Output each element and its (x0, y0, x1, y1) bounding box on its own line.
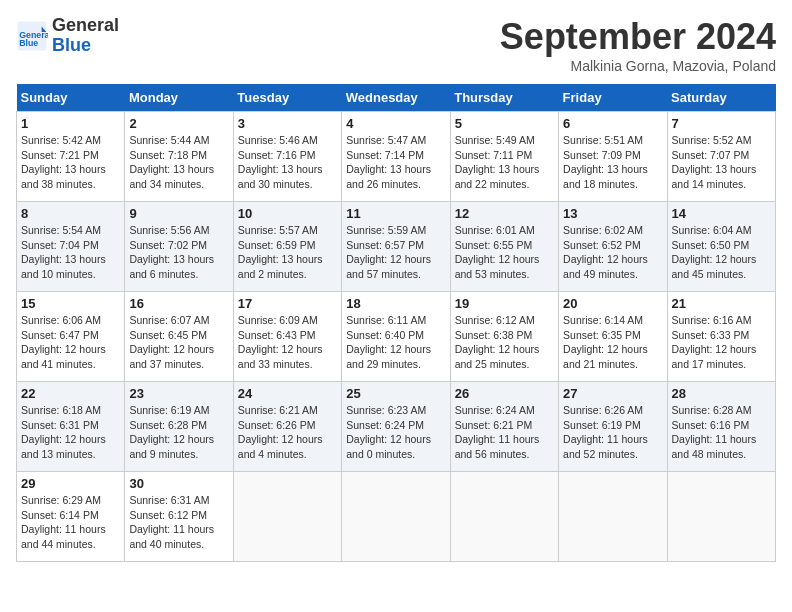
calendar-cell (342, 472, 450, 562)
day-number: 14 (672, 206, 771, 221)
calendar-cell (667, 472, 775, 562)
weekday-header: Friday (559, 84, 667, 112)
day-info: Sunrise: 6:09 AM Sunset: 6:43 PM Dayligh… (238, 313, 337, 372)
day-number: 11 (346, 206, 445, 221)
day-number: 13 (563, 206, 662, 221)
day-number: 9 (129, 206, 228, 221)
calendar-header-row: SundayMondayTuesdayWednesdayThursdayFrid… (17, 84, 776, 112)
logo: General Blue General Blue (16, 16, 119, 56)
calendar-cell: 20Sunrise: 6:14 AM Sunset: 6:35 PM Dayli… (559, 292, 667, 382)
day-info: Sunrise: 5:54 AM Sunset: 7:04 PM Dayligh… (21, 223, 120, 282)
calendar-cell: 2Sunrise: 5:44 AM Sunset: 7:18 PM Daylig… (125, 112, 233, 202)
day-number: 2 (129, 116, 228, 131)
day-number: 3 (238, 116, 337, 131)
svg-text:Blue: Blue (19, 38, 38, 48)
calendar-cell: 23Sunrise: 6:19 AM Sunset: 6:28 PM Dayli… (125, 382, 233, 472)
weekday-header: Monday (125, 84, 233, 112)
calendar-cell: 22Sunrise: 6:18 AM Sunset: 6:31 PM Dayli… (17, 382, 125, 472)
calendar-cell (450, 472, 558, 562)
calendar-cell: 24Sunrise: 6:21 AM Sunset: 6:26 PM Dayli… (233, 382, 341, 472)
weekday-header: Tuesday (233, 84, 341, 112)
calendar-cell: 8Sunrise: 5:54 AM Sunset: 7:04 PM Daylig… (17, 202, 125, 292)
day-info: Sunrise: 6:16 AM Sunset: 6:33 PM Dayligh… (672, 313, 771, 372)
calendar-cell: 12Sunrise: 6:01 AM Sunset: 6:55 PM Dayli… (450, 202, 558, 292)
day-info: Sunrise: 6:12 AM Sunset: 6:38 PM Dayligh… (455, 313, 554, 372)
day-number: 29 (21, 476, 120, 491)
weekday-header: Thursday (450, 84, 558, 112)
calendar-cell: 26Sunrise: 6:24 AM Sunset: 6:21 PM Dayli… (450, 382, 558, 472)
calendar-cell: 15Sunrise: 6:06 AM Sunset: 6:47 PM Dayli… (17, 292, 125, 382)
day-number: 19 (455, 296, 554, 311)
calendar-cell: 6Sunrise: 5:51 AM Sunset: 7:09 PM Daylig… (559, 112, 667, 202)
day-info: Sunrise: 5:51 AM Sunset: 7:09 PM Dayligh… (563, 133, 662, 192)
day-number: 8 (21, 206, 120, 221)
calendar-cell (233, 472, 341, 562)
day-info: Sunrise: 5:52 AM Sunset: 7:07 PM Dayligh… (672, 133, 771, 192)
calendar-cell: 3Sunrise: 5:46 AM Sunset: 7:16 PM Daylig… (233, 112, 341, 202)
day-number: 30 (129, 476, 228, 491)
day-number: 5 (455, 116, 554, 131)
day-number: 21 (672, 296, 771, 311)
calendar-cell: 19Sunrise: 6:12 AM Sunset: 6:38 PM Dayli… (450, 292, 558, 382)
day-number: 4 (346, 116, 445, 131)
day-info: Sunrise: 5:59 AM Sunset: 6:57 PM Dayligh… (346, 223, 445, 282)
day-number: 26 (455, 386, 554, 401)
day-info: Sunrise: 5:49 AM Sunset: 7:11 PM Dayligh… (455, 133, 554, 192)
day-info: Sunrise: 6:11 AM Sunset: 6:40 PM Dayligh… (346, 313, 445, 372)
calendar-week-row: 1Sunrise: 5:42 AM Sunset: 7:21 PM Daylig… (17, 112, 776, 202)
calendar-cell: 18Sunrise: 6:11 AM Sunset: 6:40 PM Dayli… (342, 292, 450, 382)
day-info: Sunrise: 6:07 AM Sunset: 6:45 PM Dayligh… (129, 313, 228, 372)
calendar-cell: 13Sunrise: 6:02 AM Sunset: 6:52 PM Dayli… (559, 202, 667, 292)
calendar-cell: 21Sunrise: 6:16 AM Sunset: 6:33 PM Dayli… (667, 292, 775, 382)
calendar-cell: 1Sunrise: 5:42 AM Sunset: 7:21 PM Daylig… (17, 112, 125, 202)
day-info: Sunrise: 6:21 AM Sunset: 6:26 PM Dayligh… (238, 403, 337, 462)
weekday-header: Saturday (667, 84, 775, 112)
day-number: 15 (21, 296, 120, 311)
day-number: 22 (21, 386, 120, 401)
day-number: 7 (672, 116, 771, 131)
calendar-week-row: 15Sunrise: 6:06 AM Sunset: 6:47 PM Dayli… (17, 292, 776, 382)
calendar-cell: 14Sunrise: 6:04 AM Sunset: 6:50 PM Dayli… (667, 202, 775, 292)
calendar-week-row: 29Sunrise: 6:29 AM Sunset: 6:14 PM Dayli… (17, 472, 776, 562)
page-header: General Blue General Blue September 2024… (16, 16, 776, 74)
day-info: Sunrise: 6:31 AM Sunset: 6:12 PM Dayligh… (129, 493, 228, 552)
calendar-cell: 30Sunrise: 6:31 AM Sunset: 6:12 PM Dayli… (125, 472, 233, 562)
day-number: 12 (455, 206, 554, 221)
day-info: Sunrise: 6:18 AM Sunset: 6:31 PM Dayligh… (21, 403, 120, 462)
calendar-cell: 10Sunrise: 5:57 AM Sunset: 6:59 PM Dayli… (233, 202, 341, 292)
day-info: Sunrise: 5:42 AM Sunset: 7:21 PM Dayligh… (21, 133, 120, 192)
weekday-header: Wednesday (342, 84, 450, 112)
day-number: 24 (238, 386, 337, 401)
day-number: 23 (129, 386, 228, 401)
day-info: Sunrise: 5:56 AM Sunset: 7:02 PM Dayligh… (129, 223, 228, 282)
day-info: Sunrise: 6:26 AM Sunset: 6:19 PM Dayligh… (563, 403, 662, 462)
day-number: 1 (21, 116, 120, 131)
day-number: 6 (563, 116, 662, 131)
day-info: Sunrise: 6:28 AM Sunset: 6:16 PM Dayligh… (672, 403, 771, 462)
calendar-week-row: 8Sunrise: 5:54 AM Sunset: 7:04 PM Daylig… (17, 202, 776, 292)
day-info: Sunrise: 5:46 AM Sunset: 7:16 PM Dayligh… (238, 133, 337, 192)
day-info: Sunrise: 6:24 AM Sunset: 6:21 PM Dayligh… (455, 403, 554, 462)
day-number: 28 (672, 386, 771, 401)
day-info: Sunrise: 6:06 AM Sunset: 6:47 PM Dayligh… (21, 313, 120, 372)
day-info: Sunrise: 5:44 AM Sunset: 7:18 PM Dayligh… (129, 133, 228, 192)
day-info: Sunrise: 6:19 AM Sunset: 6:28 PM Dayligh… (129, 403, 228, 462)
calendar-cell: 5Sunrise: 5:49 AM Sunset: 7:11 PM Daylig… (450, 112, 558, 202)
title-block: September 2024 Malkinia Gorna, Mazovia, … (500, 16, 776, 74)
calendar-cell: 17Sunrise: 6:09 AM Sunset: 6:43 PM Dayli… (233, 292, 341, 382)
weekday-header: Sunday (17, 84, 125, 112)
day-number: 27 (563, 386, 662, 401)
calendar-cell (559, 472, 667, 562)
calendar-cell: 4Sunrise: 5:47 AM Sunset: 7:14 PM Daylig… (342, 112, 450, 202)
day-info: Sunrise: 6:23 AM Sunset: 6:24 PM Dayligh… (346, 403, 445, 462)
day-info: Sunrise: 6:29 AM Sunset: 6:14 PM Dayligh… (21, 493, 120, 552)
calendar-week-row: 22Sunrise: 6:18 AM Sunset: 6:31 PM Dayli… (17, 382, 776, 472)
logo-text: General Blue (52, 16, 119, 56)
day-number: 10 (238, 206, 337, 221)
day-info: Sunrise: 6:14 AM Sunset: 6:35 PM Dayligh… (563, 313, 662, 372)
day-number: 17 (238, 296, 337, 311)
location: Malkinia Gorna, Mazovia, Poland (500, 58, 776, 74)
day-info: Sunrise: 5:57 AM Sunset: 6:59 PM Dayligh… (238, 223, 337, 282)
calendar-cell: 27Sunrise: 6:26 AM Sunset: 6:19 PM Dayli… (559, 382, 667, 472)
calendar-table: SundayMondayTuesdayWednesdayThursdayFrid… (16, 84, 776, 562)
